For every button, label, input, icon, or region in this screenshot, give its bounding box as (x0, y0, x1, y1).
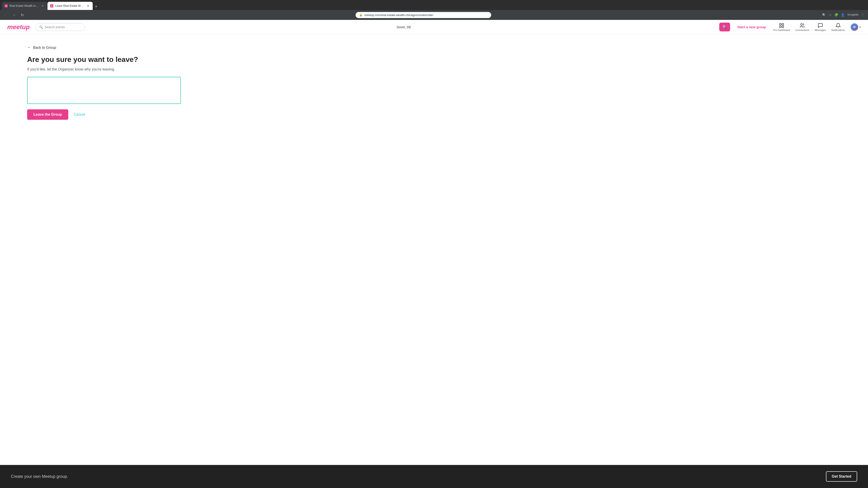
connections-icon (800, 23, 805, 28)
tab2-title: Leave Real Estate Wealth Institu (55, 4, 85, 7)
browser-tab-2[interactable]: M Leave Real Estate Wealth Institu ✕ (48, 2, 93, 10)
profile-icon[interactable]: 👤 (840, 12, 846, 18)
tab2-favicon: M (50, 4, 53, 7)
notifications-label: Notifications (831, 29, 845, 31)
notifications-icon (835, 23, 841, 28)
menu-icon[interactable]: ⋮ (860, 12, 865, 18)
search-submit-button[interactable]: 🔍 (719, 23, 730, 31)
address-text: meetup.com/real-estate-wealth-chicago/un… (364, 13, 488, 17)
notifications-nav-item[interactable]: Notifications (831, 23, 845, 31)
svg-rect-3 (782, 26, 784, 28)
svg-rect-2 (780, 26, 781, 28)
browser-chrome: M Real Estate Wealth Institute- Ch ✕ M L… (0, 0, 868, 20)
search-bar[interactable]: 🔍 Search events (35, 23, 85, 31)
main-content: ← Back to Group Are you sure you want to… (0, 34, 868, 465)
site-navbar: meetup 🔍 Search events Dover, DE 🔍 Start… (0, 20, 868, 34)
back-nav-button[interactable]: ← (3, 12, 9, 18)
connections-label: Connections (796, 29, 809, 31)
start-new-group-button[interactable]: Start a new group (736, 25, 768, 29)
forward-nav-button[interactable]: → (11, 12, 17, 18)
action-row: Leave the Group Cancel (27, 109, 868, 120)
pro-dashboard-nav-item[interactable]: Pro Dashboard (773, 23, 790, 31)
user-avatar: M (850, 23, 859, 31)
extensions-icon[interactable]: 🧩 (833, 12, 839, 18)
search-toolbar-icon[interactable]: 🔍 (821, 12, 827, 18)
new-tab-button[interactable]: + (93, 3, 99, 10)
incognito-label: Incognito (846, 12, 860, 18)
browser-toolbar-icons: 🔍 ☆ 🧩 👤 Incognito ⋮ (821, 12, 865, 18)
messages-label: Messages (815, 29, 826, 31)
address-bar[interactable]: 🔒 meetup.com/real-estate-wealth-chicago/… (355, 12, 491, 18)
pro-dashboard-label: Pro Dashboard (773, 29, 790, 31)
address-bar-row: ← → ↻ 🔒 meetup.com/real-estate-wealth-ch… (0, 10, 868, 20)
lock-icon: 🔒 (359, 13, 363, 17)
tab2-close-icon[interactable]: ✕ (86, 4, 90, 8)
messages-icon (817, 23, 823, 28)
svg-point-4 (801, 24, 802, 25)
user-avatar-area[interactable]: M ▾ (850, 23, 861, 31)
meetup-logo[interactable]: meetup (7, 24, 30, 31)
footer-text: Create your own Meetup group. (11, 474, 820, 479)
pro-dashboard-icon (779, 23, 784, 28)
search-icon: 🔍 (39, 25, 43, 29)
tab1-favicon: M (4, 4, 8, 7)
location-display: Dover, DE (94, 25, 714, 29)
messages-nav-item[interactable]: Messages (815, 23, 826, 31)
back-link-label: Back to Group (33, 46, 56, 50)
tab1-title: Real Estate Wealth Institute- Ch (9, 4, 39, 7)
reason-textarea[interactable] (27, 77, 181, 104)
connections-nav-item[interactable]: Connections (796, 23, 809, 31)
search-placeholder-text: Search events (45, 25, 65, 29)
avatar-chevron-icon: ▾ (860, 26, 861, 29)
cancel-link[interactable]: Cancel (74, 112, 85, 117)
page-subtitle: If you'd like, let the Organizer know wh… (27, 67, 868, 71)
browser-tab-1[interactable]: M Real Estate Wealth Institute- Ch ✕ (2, 2, 47, 10)
svg-rect-0 (780, 24, 781, 25)
refresh-nav-button[interactable]: ↻ (19, 12, 25, 18)
tab1-close-icon[interactable]: ✕ (41, 4, 44, 8)
svg-rect-1 (782, 24, 784, 25)
bookmark-icon[interactable]: ☆ (828, 12, 833, 18)
footer-banner: Create your own Meetup group. Get Starte… (0, 465, 868, 488)
tab-bar: M Real Estate Wealth Institute- Ch ✕ M L… (0, 0, 868, 10)
page-heading: Are you sure you want to leave? (27, 55, 868, 64)
get-started-button[interactable]: Get Started (826, 471, 857, 482)
leave-group-button[interactable]: Leave the Group (27, 109, 68, 120)
back-to-group-link[interactable]: ← Back to Group (27, 45, 868, 50)
back-arrow-icon: ← (27, 45, 31, 50)
nav-icons-area: Pro Dashboard Connections Messages Notif… (773, 23, 861, 31)
